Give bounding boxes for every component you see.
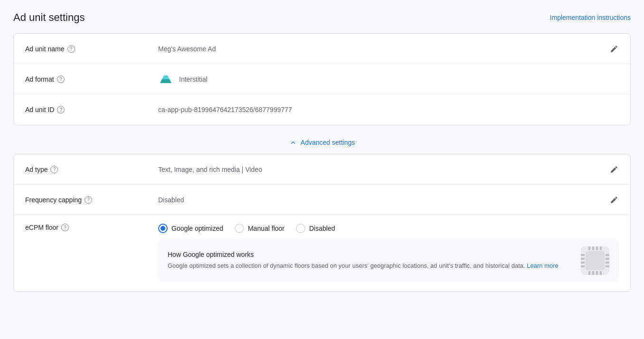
ad-type-label: Ad type ? bbox=[25, 166, 158, 173]
svg-rect-16 bbox=[606, 262, 609, 264]
svg-rect-9 bbox=[600, 271, 602, 275]
ad-format-help-icon[interactable]: ? bbox=[57, 75, 65, 83]
radio-manual-floor[interactable]: Manual floor bbox=[235, 224, 284, 233]
svg-rect-4 bbox=[596, 246, 598, 250]
basic-settings-card: Ad unit name ? Meg's Awesome Ad Ad forma… bbox=[13, 33, 631, 125]
ecpm-floor-help-icon[interactable]: ? bbox=[61, 224, 69, 231]
ad-format-row: Ad format ? Interstitial bbox=[14, 64, 630, 94]
svg-rect-14 bbox=[606, 254, 609, 256]
svg-rect-15 bbox=[606, 258, 609, 260]
ad-format-label: Ad format ? bbox=[25, 75, 158, 83]
ad-unit-id-label: Ad unit ID ? bbox=[25, 106, 158, 113]
ad-unit-name-label: Ad unit name ? bbox=[25, 45, 158, 53]
google-optimized-text-container: How Google optimized works Google optimi… bbox=[168, 251, 573, 271]
ad-unit-id-value: ca-app-pub-8199647642173526/6877999777 bbox=[158, 106, 619, 113]
radio-google-optimized-outer bbox=[158, 224, 168, 233]
ad-type-value: Text, Image, and rich media | Video bbox=[158, 166, 609, 173]
ad-unit-name-help-icon[interactable]: ? bbox=[67, 45, 75, 53]
svg-rect-3 bbox=[592, 246, 594, 250]
learn-more-link[interactable]: Learn more bbox=[527, 262, 558, 269]
google-chip-body: G bbox=[581, 246, 609, 275]
svg-marker-1 bbox=[162, 75, 170, 79]
ad-unit-name-edit-button[interactable] bbox=[609, 44, 619, 54]
radio-disabled[interactable]: Disabled bbox=[296, 224, 335, 233]
radio-manual-floor-label: Manual floor bbox=[248, 225, 284, 232]
page-header: Ad unit settings Implementation instruct… bbox=[13, 11, 631, 24]
ecpm-floor-label: eCPM floor ? bbox=[25, 224, 158, 231]
svg-marker-0 bbox=[160, 79, 171, 83]
radio-manual-floor-outer bbox=[235, 224, 244, 233]
frequency-capping-label: Frequency capping ? bbox=[25, 196, 158, 204]
google-g-letter: G bbox=[591, 254, 600, 267]
svg-rect-10 bbox=[581, 254, 585, 256]
svg-rect-11 bbox=[581, 258, 585, 260]
ecpm-floor-radio-group: Google optimized Manual floor Disabled bbox=[158, 224, 619, 233]
radio-google-optimized[interactable]: Google optimized bbox=[158, 224, 223, 233]
svg-rect-13 bbox=[581, 265, 585, 267]
advanced-settings-toggle[interactable]: Advanced settings bbox=[13, 131, 631, 154]
frequency-capping-help-icon[interactable]: ? bbox=[85, 196, 92, 204]
interstitial-format-icon bbox=[158, 74, 173, 85]
svg-rect-17 bbox=[606, 265, 609, 267]
google-chip-icon: G bbox=[581, 246, 609, 275]
svg-rect-12 bbox=[581, 262, 585, 264]
svg-rect-5 bbox=[600, 246, 602, 250]
ad-unit-id-row: Ad unit ID ? ca-app-pub-8199647642173526… bbox=[14, 94, 630, 125]
ad-unit-id-help-icon[interactable]: ? bbox=[57, 106, 65, 113]
page-title: Ad unit settings bbox=[13, 11, 85, 24]
frequency-capping-row: Frequency capping ? Disabled bbox=[14, 185, 630, 215]
svg-rect-2 bbox=[588, 246, 590, 250]
frequency-capping-value: Disabled bbox=[158, 196, 609, 204]
ecpm-floor-right: Google optimized Manual floor Disabled bbox=[158, 224, 619, 282]
ad-type-row: Ad type ? Text, Image, and rich media | … bbox=[14, 154, 630, 185]
radio-disabled-outer bbox=[296, 224, 305, 233]
ad-format-value: Interstitial bbox=[158, 74, 619, 85]
page-container: Ad unit settings Implementation instruct… bbox=[0, 0, 644, 309]
ad-unit-name-row: Ad unit name ? Meg's Awesome Ad bbox=[14, 34, 630, 64]
svg-rect-8 bbox=[596, 271, 598, 275]
google-optimized-description: Google optimized sets a collection of dy… bbox=[168, 261, 573, 271]
frequency-capping-edit-button[interactable] bbox=[609, 195, 619, 205]
radio-google-optimized-inner bbox=[161, 226, 165, 231]
radio-google-optimized-label: Google optimized bbox=[171, 225, 223, 232]
svg-rect-6 bbox=[588, 271, 590, 275]
ad-type-edit-button[interactable] bbox=[609, 165, 619, 174]
svg-rect-7 bbox=[592, 271, 594, 275]
radio-disabled-label: Disabled bbox=[309, 225, 335, 232]
ad-unit-name-value: Meg's Awesome Ad bbox=[158, 45, 609, 53]
ecpm-floor-row: eCPM floor ? Google optimized bbox=[14, 215, 630, 292]
google-optimized-title: How Google optimized works bbox=[168, 251, 573, 258]
ad-type-help-icon[interactable]: ? bbox=[50, 166, 58, 173]
advanced-settings-button[interactable]: Advanced settings bbox=[289, 139, 355, 146]
advanced-settings-card: Ad type ? Text, Image, and rich media | … bbox=[13, 154, 631, 292]
google-optimized-info-box: How Google optimized works Google optimi… bbox=[158, 239, 619, 282]
implementation-instructions-link[interactable]: Implementation instructions bbox=[550, 14, 631, 21]
